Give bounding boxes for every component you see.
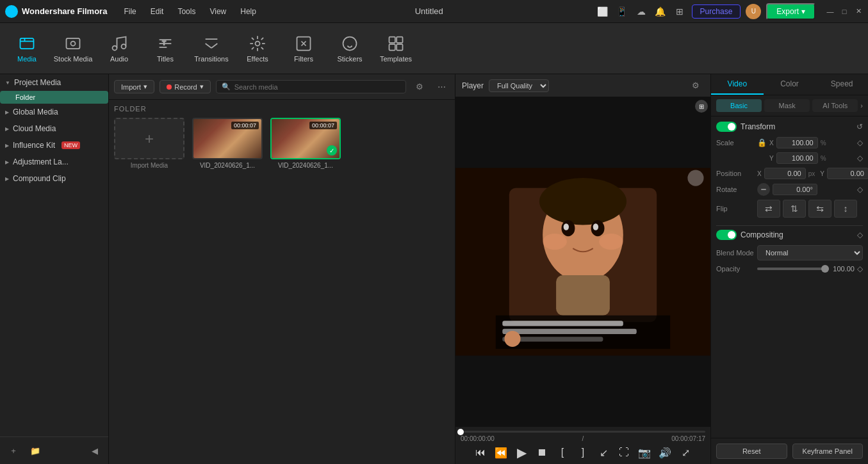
subtabs-more-arrow[interactable]: ›: [860, 99, 863, 112]
tool-effects[interactable]: Effects: [236, 27, 279, 70]
tool-stickers[interactable]: Stickers: [328, 27, 372, 70]
compositing-toggle-knob: [728, 231, 735, 239]
opacity-slider[interactable]: [757, 268, 829, 270]
minimize-window-icon[interactable]: ⬜: [596, 4, 610, 19]
tool-transitions[interactable]: Transitions: [190, 27, 233, 70]
media-item-vid2[interactable]: 00:00:07 ✓ VID_20240626_1...: [270, 118, 341, 169]
sidebar-item-adjustment-layers[interactable]: ▶ Adjustment La...: [0, 154, 108, 170]
scale-x-keyframe-icon[interactable]: ◇: [857, 138, 863, 147]
more-options-icon[interactable]: ⋯: [433, 79, 450, 95]
play-button[interactable]: ▶: [514, 445, 529, 460]
tool-titles[interactable]: T Titles: [143, 27, 187, 70]
progress-bar[interactable]: [461, 431, 705, 433]
tool-media-label: Media: [17, 55, 37, 63]
mark-out-button[interactable]: ]: [575, 445, 591, 460]
export-button[interactable]: Export ▾: [766, 3, 815, 20]
player-view[interactable]: ⊞: [455, 97, 710, 426]
tool-audio[interactable]: Audio: [97, 27, 141, 70]
tool-filters[interactable]: Filters: [282, 27, 325, 70]
subtab-mask[interactable]: Mask: [764, 99, 810, 112]
search-input[interactable]: [234, 83, 400, 91]
scale-y-input[interactable]: [776, 152, 818, 164]
mark-in-button[interactable]: [: [555, 445, 570, 460]
tab-video[interactable]: Video: [711, 74, 764, 95]
player-overlay-icon[interactable]: ⊞: [695, 100, 708, 113]
subtab-basic[interactable]: Basic: [716, 99, 762, 112]
volume-button[interactable]: 🔊: [657, 445, 673, 460]
transform-toggle[interactable]: Transform: [716, 122, 775, 132]
snapshot-button[interactable]: 📷: [637, 445, 652, 460]
flip-horizontal-button[interactable]: ⇄: [757, 200, 780, 218]
sidebar-item-project-media[interactable]: ▼ Project Media: [0, 74, 108, 91]
media-item-vid1[interactable]: 00:00:07 VID_20240626_1...: [192, 118, 263, 169]
rotate-dial[interactable]: [757, 183, 770, 196]
sidebar-item-folder[interactable]: Folder: [0, 91, 108, 104]
import-button[interactable]: Import ▾: [114, 80, 154, 93]
left-panel: ▼ Project Media Folder ▶ Global Media ▶ …: [0, 74, 109, 464]
grid-icon[interactable]: ⊞: [673, 4, 687, 19]
subtab-ai-tools[interactable]: AI Tools: [812, 99, 858, 112]
panel-collapse-icon[interactable]: ◀: [86, 442, 103, 459]
win-close-button[interactable]: ✕: [854, 7, 863, 16]
flip-vertical-button[interactable]: ⇅: [783, 200, 806, 218]
flip-h2-button[interactable]: ⇄: [808, 200, 831, 218]
sidebar-item-compound-clip[interactable]: ▶ Compound Clip: [0, 170, 108, 187]
transform-toggle-switch[interactable]: [716, 122, 737, 132]
transform-reset-icon[interactable]: ↺: [856, 122, 863, 131]
menu-file[interactable]: File: [117, 4, 142, 19]
import-box[interactable]: +: [114, 118, 184, 159]
menu-view[interactable]: View: [203, 4, 233, 19]
tool-stock-media[interactable]: Stock Media: [51, 27, 95, 70]
compositing-toggle-switch[interactable]: [716, 230, 737, 240]
device-icon[interactable]: 📱: [615, 4, 629, 19]
bell-icon[interactable]: 🔔: [653, 4, 667, 19]
win-maximize-button[interactable]: □: [840, 7, 849, 16]
sidebar-item-global-media[interactable]: ▶ Global Media: [0, 104, 108, 120]
keyframe-panel-button[interactable]: Keyframe Panel: [792, 444, 864, 459]
progress-handle[interactable]: [457, 429, 464, 435]
reset-button[interactable]: Reset: [716, 444, 787, 459]
menu-help[interactable]: Help: [234, 4, 263, 19]
sidebar-item-influence-kit[interactable]: ▶ Influence Kit NEW: [0, 137, 108, 154]
add-to-timeline-button[interactable]: ↙: [596, 445, 611, 460]
opacity-keyframe-icon[interactable]: ◇: [857, 264, 863, 273]
record-button[interactable]: Record ▾: [160, 80, 210, 93]
tool-templates[interactable]: Templates: [374, 27, 418, 70]
opacity-handle[interactable]: [821, 265, 829, 273]
flip-v2-button[interactable]: ↕: [834, 200, 857, 218]
search-box[interactable]: 🔍: [216, 80, 406, 93]
win-minimize-button[interactable]: —: [826, 7, 835, 16]
tab-speed[interactable]: Speed: [815, 74, 868, 95]
scale-x-input[interactable]: [776, 137, 818, 148]
blend-mode-select[interactable]: Normal: [757, 245, 863, 260]
rotate-keyframe-icon[interactable]: ◇: [857, 185, 863, 194]
panel-add-icon[interactable]: +: [5, 442, 22, 459]
compositing-reset-icon[interactable]: ◇: [857, 230, 863, 239]
upload-icon[interactable]: ☁: [634, 4, 648, 19]
purchase-button[interactable]: Purchase: [692, 4, 741, 19]
rotate-input[interactable]: [773, 184, 817, 195]
fullscreen-button[interactable]: ⛶: [616, 445, 632, 460]
go-to-start-button[interactable]: ⏮: [473, 445, 488, 460]
menu-tools[interactable]: Tools: [171, 4, 202, 19]
user-avatar[interactable]: U: [746, 4, 761, 19]
tool-media[interactable]: Media: [5, 27, 49, 70]
compositing-toggle[interactable]: Compositing: [716, 230, 783, 240]
scale-y-keyframe-icon[interactable]: ◇: [857, 154, 863, 163]
menu-edit[interactable]: Edit: [144, 4, 170, 19]
player-settings-icon[interactable]: ⚙: [687, 77, 704, 94]
media-thumb-vid1[interactable]: 00:00:07: [192, 118, 263, 159]
step-back-button[interactable]: ⏪: [493, 445, 509, 460]
quality-select[interactable]: Full Quality: [489, 79, 549, 92]
sidebar-item-cloud-media[interactable]: ▶ Cloud Media: [0, 120, 108, 137]
position-y-input[interactable]: [827, 168, 868, 179]
stop-button[interactable]: ⏹: [534, 445, 550, 460]
tab-color[interactable]: Color: [764, 74, 816, 95]
media-thumb-vid2[interactable]: 00:00:07 ✓: [270, 118, 341, 159]
position-x-input[interactable]: [764, 168, 806, 179]
scale-link-icon[interactable]: 🔒: [757, 138, 767, 147]
expand-button[interactable]: ⤢: [678, 445, 693, 460]
filter-icon[interactable]: ⚙: [411, 79, 428, 95]
panel-folder-icon[interactable]: 📁: [27, 442, 44, 459]
import-media-item[interactable]: + Import Media: [114, 118, 184, 169]
